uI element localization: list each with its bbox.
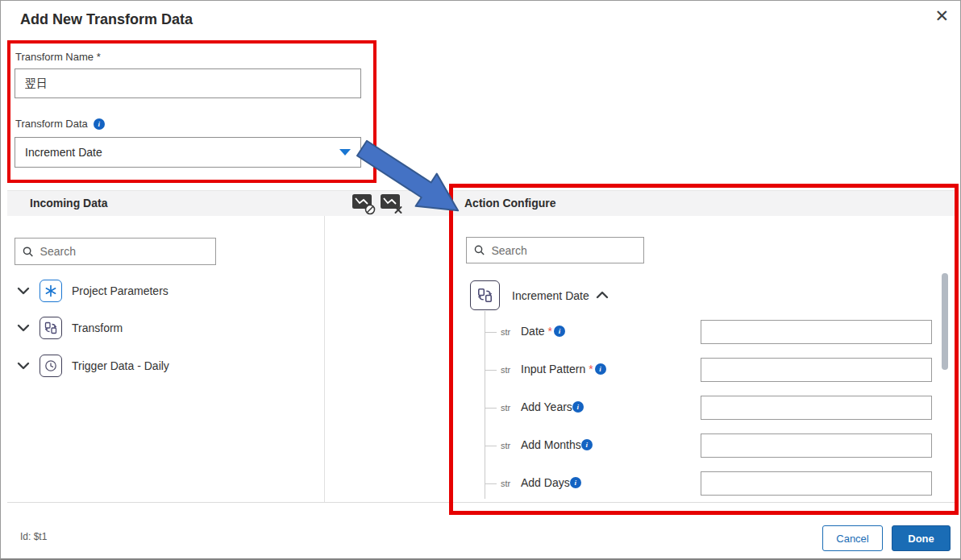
field-label: Add Days — [521, 476, 570, 489]
content-bottom-divider — [7, 502, 955, 503]
add-days-input[interactable] — [701, 471, 932, 496]
scrollbar-thumb[interactable] — [942, 273, 948, 370]
add-years-input[interactable] — [701, 396, 932, 420]
info-icon[interactable]: i — [595, 363, 606, 375]
field-label: Add Months — [521, 438, 581, 451]
incoming-data-title: Incoming Data — [30, 197, 107, 209]
transform-name-input[interactable] — [15, 68, 361, 98]
info-icon[interactable]: i — [581, 439, 593, 450]
tree-item-trigger-data[interactable]: Trigger Data - Daily — [17, 354, 169, 378]
tree-stub — [485, 332, 497, 333]
info-icon[interactable]: i — [570, 477, 581, 488]
clear-mapping-icon-glyph — [380, 193, 406, 215]
required-asterisk: * — [548, 325, 552, 338]
tree-item-transform[interactable]: Transform — [17, 316, 123, 340]
search-icon — [23, 246, 34, 258]
field-label-row: Date * i — [521, 325, 565, 338]
field-label-row: Input Pattern * i — [521, 363, 606, 375]
tree-item-label: Transform — [72, 321, 123, 334]
cancel-button[interactable]: Cancel — [822, 525, 883, 551]
chevron-down-icon[interactable] — [17, 287, 30, 295]
field-label-row: Add Months i — [521, 438, 593, 451]
action-configure-title: Action Configure — [464, 197, 556, 209]
incoming-search-box — [15, 238, 216, 265]
parameters-icon — [40, 280, 62, 302]
chevron-down-icon[interactable] — [17, 362, 30, 370]
transform-name-label: Transform Name * — [15, 51, 101, 63]
close-icon[interactable]: ✕ — [934, 7, 949, 24]
transform-data-label-row: Transform Data i — [15, 118, 105, 130]
chevron-down-icon — [339, 149, 351, 156]
action-search-box — [466, 237, 644, 263]
field-type: str — [501, 441, 510, 450]
hide-mapping-icon-glyph — [352, 193, 377, 215]
add-transform-dialog: Add New Transform Data ✕ Transform Name … — [0, 0, 961, 560]
transform-icon — [40, 317, 62, 339]
chevron-down-icon[interactable] — [17, 324, 30, 332]
tree-item-project-parameters[interactable]: Project Parameters — [17, 279, 168, 303]
tree-item-label: Trigger Data - Daily — [72, 359, 169, 372]
field-label: Input Pattern — [521, 363, 585, 375]
field-type: str — [501, 403, 510, 413]
required-asterisk: * — [589, 363, 593, 375]
transform-data-select[interactable]: Increment Date — [15, 137, 361, 168]
page-title: Add New Transform Data — [20, 11, 193, 28]
incoming-search-input[interactable] — [40, 245, 208, 258]
info-icon[interactable]: i — [554, 326, 565, 337]
input-pattern-input[interactable] — [701, 358, 932, 382]
info-icon[interactable]: i — [94, 118, 105, 130]
field-type: str — [501, 479, 510, 488]
annotation-box-action-panel — [449, 184, 959, 515]
clock-icon — [40, 355, 62, 377]
hide-mapping-icon[interactable] — [352, 193, 377, 215]
transform-data-selected-value: Increment Date — [25, 146, 102, 159]
action-search-input[interactable] — [491, 244, 636, 257]
done-button[interactable]: Done — [892, 525, 951, 551]
clear-mapping-icon[interactable] — [380, 193, 406, 215]
transform-id-text: Id: $t1 — [20, 531, 47, 542]
transform-icon — [470, 280, 500, 310]
field-label-row: Add Days i — [521, 476, 581, 489]
info-icon[interactable]: i — [572, 401, 584, 413]
panel-divider — [324, 216, 325, 502]
field-label-row: Add Years i — [521, 400, 584, 413]
field-type: str — [501, 327, 510, 337]
tree-stub — [485, 483, 497, 484]
tree-stub — [485, 370, 497, 371]
field-label: Date — [521, 325, 545, 338]
field-label: Add Years — [521, 400, 572, 413]
search-icon — [474, 244, 485, 256]
transform-data-label: Transform Data — [15, 118, 88, 130]
tree-stub — [485, 446, 497, 446]
tree-item-label: Project Parameters — [72, 284, 168, 297]
tree-connector-line — [485, 311, 485, 499]
date-input[interactable] — [701, 320, 932, 344]
add-months-input[interactable] — [701, 433, 932, 458]
action-group-label: Increment Date — [512, 289, 589, 302]
field-type: str — [501, 365, 510, 375]
tree-stub — [485, 408, 497, 409]
chevron-up-icon[interactable] — [596, 291, 609, 299]
